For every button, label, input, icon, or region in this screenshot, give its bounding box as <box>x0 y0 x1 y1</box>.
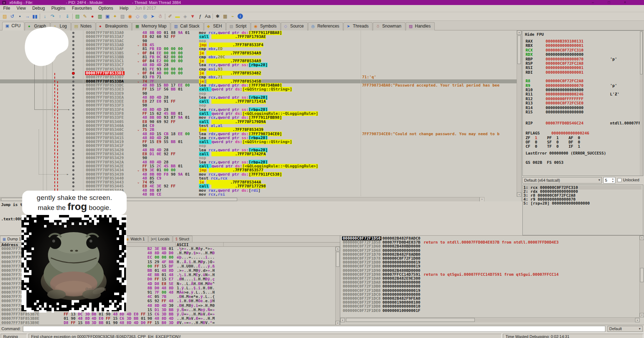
memory-map-icon[interactable]: ▥ <box>96 13 104 20</box>
stack-row[interactable]: 000000C0F72F1DE0000000010000001F <box>340 309 644 313</box>
dump-vscrollbar[interactable]: ˄ ˅ <box>335 247 340 325</box>
disasm-row[interactable]: 00007FF78F85340C⌄75 2Bjne .7FF78F853439 <box>0 128 521 132</box>
disasm-row[interactable]: 00007FF78F8533EEE8 27 E0 91 FFcall .7FF7… <box>0 99 521 103</box>
disasm-row[interactable]: 00007FF78F8533AF81 FB ED 00 00 00cmp ebx… <box>0 47 521 51</box>
restart-icon[interactable]: ↺ <box>9 13 16 20</box>
disasm-row[interactable]: 00007FF78F8533D783 FB 71cmp ebx,7171:'q' <box>0 75 521 79</box>
run-icon[interactable]: → <box>24 13 31 20</box>
open-file-icon[interactable]: ▨ <box>1 13 9 20</box>
analysis-dot-icon[interactable] <box>72 121 74 123</box>
register-row-r10[interactable]: R100000000000000000 <box>526 88 584 92</box>
analysis-dot-icon[interactable] <box>72 133 74 135</box>
disassembly-panel[interactable]: 00007FF78F8533A048 8B 0D 01 88 9A 01mov … <box>0 30 522 201</box>
breakpoints-icon[interactable]: ● <box>89 13 96 20</box>
tab-watch-1[interactable]: ◉Watch 1 <box>123 236 148 242</box>
disasm-row[interactable]: 00007FF78F8533AD⌄EB 45jmp .7FF78F8533F4 <box>0 43 521 47</box>
analysis-dot-icon[interactable] <box>72 76 74 78</box>
stack-hscroll-thumb[interactable] <box>346 318 475 322</box>
disasm-row[interactable]: 00007FF78F853419FF 15 E9 55 BB 01call qw… <box>0 140 521 144</box>
disasm-vscrollbar[interactable]: ˄ ˅ <box>517 30 521 197</box>
register-row-rsi[interactable]: RSI0000000000000001 <box>526 65 584 70</box>
minimize-button[interactable]: – <box>588 0 597 5</box>
tab-symbols[interactable]: ◉Symbols <box>251 22 280 30</box>
analysis-dot-icon[interactable] <box>72 109 74 111</box>
notes-icon[interactable]: ✎ <box>81 13 89 20</box>
tab-notes[interactable]: ▤Notes <box>71 22 96 30</box>
stack-scroll-down-icon[interactable]: ˅ <box>640 313 644 317</box>
analysis-dot-icon[interactable] <box>72 80 74 83</box>
menu-item-debug[interactable]: Debug <box>29 5 48 11</box>
stack-row[interactable]: 000000C0F72F1D60000002B480BD0000 <box>340 244 644 248</box>
analysis-dot-icon[interactable] <box>72 137 74 139</box>
step-into-icon[interactable]: ↓ <box>41 13 49 20</box>
calling-convention-select[interactable]: Default (x64 fastcall) ▼ <box>522 177 602 183</box>
analysis-dot-icon[interactable] <box>72 145 74 147</box>
register-row-r14[interactable]: R140000000000000000 <box>526 106 584 110</box>
register-row-r9[interactable]: R90000000000000070'p' <box>526 83 584 88</box>
assembler-icon[interactable]: ✐ <box>166 13 174 20</box>
analysis-dot-icon[interactable] <box>72 141 74 143</box>
stack-vscrollbar[interactable]: ˄ ˅ <box>639 236 644 317</box>
stack-scroll-up-icon[interactable]: ˄ <box>640 236 644 240</box>
stop-icon[interactable]: ▪ <box>16 13 24 20</box>
register-row-r8[interactable]: R8000000C0F72FC2A8 <box>526 79 584 83</box>
tab-dump-1[interactable]: ▦Dump 1 <box>0 236 24 242</box>
analysis-dot-icon[interactable] <box>72 177 74 180</box>
menu-item-favourites[interactable]: Favourites <box>69 5 95 11</box>
stack-hscrollbar[interactable]: ‹ › <box>340 317 640 322</box>
register-row-rdx[interactable]: RDX0000000000000000 <box>526 52 584 57</box>
hscroll-right-arrow-icon[interactable]: › <box>479 197 484 201</box>
analysis-dot-icon[interactable] <box>72 165 74 167</box>
calculator-icon[interactable]: ▦ <box>221 13 229 20</box>
menu-item-view[interactable]: View <box>13 5 29 11</box>
disasm-row[interactable]: 00007FF78F85342990nop <box>0 156 521 160</box>
stack-vscroll-thumb[interactable] <box>640 268 644 282</box>
analysis-dot-icon[interactable] <box>72 129 74 131</box>
stack-panel[interactable]: 000000C0F72F1D50000002B482F8ADC0000000C0… <box>340 236 644 325</box>
disasm-row[interactable]: 00007FF78F853405E8 90 69 92 FFcall .7FF7… <box>0 120 521 124</box>
tab-threads[interactable]: ➤Threads <box>343 22 372 30</box>
argument-row[interactable]: 5: [rsp+28] 0000000000000000 <box>523 201 641 205</box>
source-icon[interactable]: ◇ <box>134 13 141 20</box>
analysis-dot-icon[interactable] <box>72 153 74 155</box>
run-to-user-icon[interactable]: ⇓ <box>64 13 71 20</box>
label-icon[interactable]: ◈ <box>181 13 189 20</box>
arguments-box[interactable]: 1: rcx 000000C0F72FC3102: rdx 0000000000… <box>522 185 643 235</box>
threads-icon[interactable]: ➤ <box>149 13 156 20</box>
tab-script[interactable]: ▧Script <box>226 22 250 30</box>
tab-breakpoints[interactable]: ●Breakpoints <box>96 22 132 30</box>
vscroll-down-arrow-icon[interactable]: ˅ <box>517 192 521 197</box>
command-input[interactable] <box>23 326 605 332</box>
call-stack-icon[interactable]: ▣ <box>104 13 111 20</box>
disasm-row[interactable]: 00007FF78F8533D1⌄0F 84 AB 00 00 00je .7F… <box>0 71 521 75</box>
analysis-dot-icon[interactable] <box>72 84 74 87</box>
analysis-dot-icon[interactable] <box>72 169 74 171</box>
analysis-dot-icon[interactable] <box>72 97 74 99</box>
analysis-dot-icon[interactable] <box>72 101 74 103</box>
strings-icon[interactable]: Aa <box>204 13 211 20</box>
analysis-dot-icon[interactable] <box>72 161 74 163</box>
function-icon[interactable]: ƒ <box>196 13 204 20</box>
stack-row[interactable]: 000000C0F72F1DB00000000000000000 <box>340 284 644 288</box>
disasm-row[interactable]: 00007FF78F8533C748 8D 4D 28lea rcx,qword… <box>0 63 521 67</box>
analysis-dot-icon[interactable] <box>72 93 74 95</box>
register-row-r12[interactable]: R1200000000FFFFFFFF <box>526 97 584 101</box>
register-row-rbp[interactable]: RBP0000000000000070'p' <box>526 57 584 62</box>
symbols-icon[interactable]: ◉ <box>126 13 134 20</box>
pause-icon[interactable]: ▮▮ <box>31 13 39 20</box>
registers-box[interactable]: Hide FPU RAX000008B393100131RBX000000000… <box>522 30 643 176</box>
stack-scroll-right-icon[interactable]: › <box>635 318 640 322</box>
stack-row[interactable]: 000000C0F72F1D880000000000000019 <box>340 264 644 268</box>
checkbox-icon[interactable] <box>618 178 621 182</box>
tab-call-stack[interactable]: ▥Call Stack <box>171 22 203 30</box>
analysis-dot-icon[interactable] <box>72 88 74 90</box>
step-over-icon[interactable]: ↷ <box>49 13 56 20</box>
seh-icon[interactable]: ✦ <box>111 13 119 20</box>
disasm-row[interactable]: 00007FF78F85341F90nop <box>0 144 521 148</box>
register-row-rax[interactable]: RAX000008B393100131 <box>526 39 584 44</box>
analysis-dot-icon[interactable] <box>72 149 74 151</box>
stack-scroll-left-icon[interactable]: ‹ <box>340 318 345 322</box>
shortcuts-icon[interactable]: ⌁ <box>229 13 236 20</box>
unlocked-checkbox[interactable]: Unlocked <box>618 178 639 182</box>
tab-references[interactable]: ◎References <box>308 22 343 30</box>
